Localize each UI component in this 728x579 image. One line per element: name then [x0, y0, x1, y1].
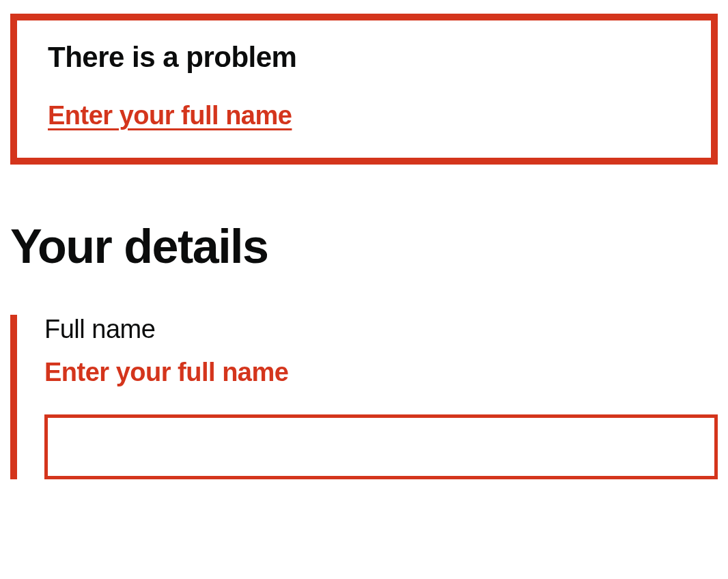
form-group-full-name: Full name Enter your full name	[10, 315, 718, 479]
error-summary: There is a problem Enter your full name	[10, 14, 718, 165]
error-summary-link-full-name[interactable]: Enter your full name	[48, 101, 292, 130]
full-name-error-message: Enter your full name	[44, 358, 718, 387]
page-heading: Your details	[10, 219, 718, 274]
full-name-input[interactable]	[44, 414, 718, 479]
error-summary-title: There is a problem	[48, 41, 680, 74]
full-name-label: Full name	[44, 315, 718, 344]
